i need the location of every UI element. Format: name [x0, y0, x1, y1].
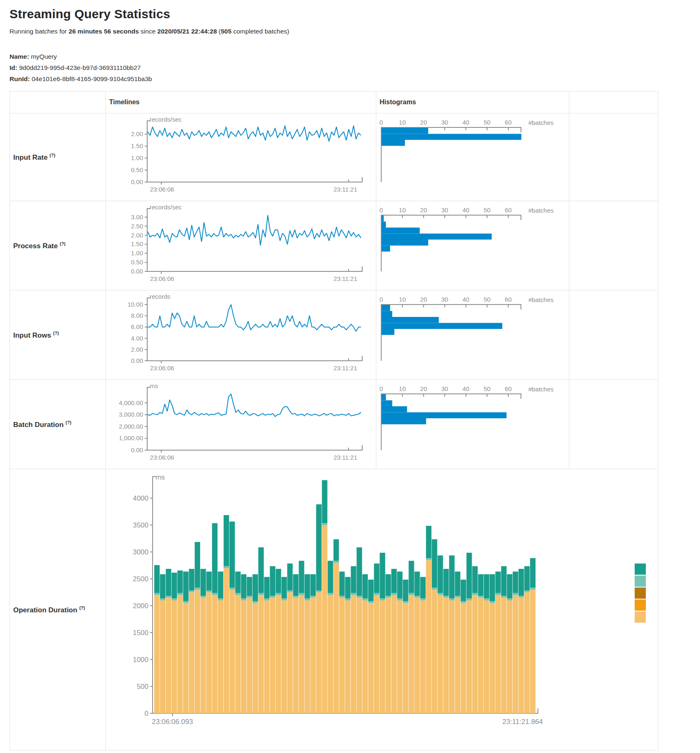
help-icon[interactable]: (?): [79, 605, 85, 610]
svg-text:50: 50: [484, 385, 491, 392]
svg-text:3500: 3500: [133, 521, 148, 529]
svg-text:1.50: 1.50: [131, 240, 143, 247]
svg-text:1.50: 1.50: [131, 142, 143, 149]
svg-text:0.00: 0.00: [131, 446, 143, 453]
header-spacer: [569, 91, 658, 113]
svg-text:10: 10: [399, 206, 406, 213]
query-meta: Name: myQuery Id: 9d0dd219-995d-423e-b97…: [10, 51, 692, 84]
legend-swatch: [635, 612, 646, 623]
svg-text:4.00: 4.00: [131, 335, 143, 342]
help-icon[interactable]: (?): [66, 420, 72, 425]
input-rate-histogram-chart: 0102030405060#batches: [376, 113, 569, 201]
corner-cell: [10, 91, 106, 113]
help-icon[interactable]: (?): [53, 331, 59, 336]
svg-text:1000: 1000: [133, 656, 148, 664]
col-header-timelines: Timelines: [106, 91, 376, 113]
svg-text:records: records: [150, 293, 170, 300]
table-row-input-rate: Input Rate (?) records/sec2.001.501.000.…: [10, 113, 658, 201]
query-name-line: Name: myQuery: [10, 51, 692, 62]
svg-text:60: 60: [505, 296, 512, 303]
table-row-process-rate: Process Rate (?) records/sec3.002.502.00…: [10, 201, 658, 290]
svg-text:60: 60: [505, 206, 512, 213]
svg-text:10: 10: [399, 296, 406, 303]
svg-text:23:06:06: 23:06:06: [150, 186, 174, 193]
svg-text:3000: 3000: [133, 548, 148, 556]
svg-text:40: 40: [462, 206, 469, 213]
svg-text:500: 500: [137, 683, 148, 691]
table-row-input-rows: Input Rows (?) records10.008.006.004.002…: [10, 290, 658, 380]
legend-swatch: [635, 576, 646, 587]
svg-text:2.00: 2.00: [131, 130, 143, 137]
svg-text:20: 20: [420, 296, 427, 303]
table-row-operation-duration: Operation Duration (?) ms400035003000250…: [10, 469, 658, 751]
metric-label-input-rate: Input Rate: [13, 153, 48, 161]
svg-text:20: 20: [420, 385, 427, 392]
svg-text:#batches: #batches: [528, 296, 554, 303]
svg-text:20: 20: [420, 206, 427, 213]
svg-text:0: 0: [380, 296, 383, 303]
svg-text:#batches: #batches: [528, 207, 554, 214]
help-icon[interactable]: (?): [60, 241, 65, 246]
svg-text:50: 50: [484, 119, 491, 126]
svg-text:4,000.00: 4,000.00: [119, 399, 143, 406]
svg-text:4000: 4000: [133, 494, 148, 502]
svg-text:0: 0: [380, 206, 383, 213]
svg-text:0.50: 0.50: [131, 166, 143, 173]
svg-text:23:06:06.093: 23:06:06.093: [152, 718, 193, 726]
svg-text:50: 50: [484, 296, 491, 303]
metric-label-input-rows: Input Rows: [13, 331, 51, 339]
col-header-histograms: Histograms: [376, 91, 569, 113]
svg-text:1.00: 1.00: [131, 154, 143, 161]
row-spacer: [569, 380, 658, 469]
svg-text:30: 30: [441, 206, 448, 213]
query-runid: 04e101e6-8bf8-4165-9099-9104c951ba3b: [30, 75, 152, 82]
running-summary: Running batches for 26 minutes 56 second…: [10, 28, 692, 35]
operation-duration-stacked-chart: ms4000350030002500200015001000500023:06:…: [106, 469, 657, 750]
svg-text:23:11:21: 23:11:21: [334, 275, 357, 282]
svg-text:30: 30: [441, 296, 448, 303]
svg-text:40: 40: [462, 119, 469, 126]
svg-text:30: 30: [441, 119, 448, 126]
metric-label-batch-duration: Batch Duration: [13, 420, 64, 428]
input-rate-timeline-chart: records/sec2.001.501.000.500.0023:06:062…: [106, 113, 376, 201]
batch-duration-histogram-chart: 0102030405060#batches: [376, 380, 569, 469]
svg-text:40: 40: [462, 296, 469, 303]
svg-text:23:11:21.864: 23:11:21.864: [502, 718, 543, 726]
svg-text:#batches: #batches: [528, 386, 554, 393]
svg-text:3.00: 3.00: [131, 213, 143, 221]
svg-text:23:11:21: 23:11:21: [334, 365, 357, 372]
svg-text:2500: 2500: [133, 575, 148, 583]
help-icon[interactable]: (?): [50, 153, 55, 158]
svg-text:0: 0: [380, 119, 383, 126]
svg-text:40: 40: [462, 385, 469, 392]
row-spacer: [569, 201, 658, 290]
completed-batches-count: 505: [221, 28, 232, 35]
svg-text:0.00: 0.00: [131, 268, 143, 275]
svg-text:1.00: 1.00: [131, 249, 143, 257]
svg-text:3,000.00: 3,000.00: [119, 411, 143, 418]
legend-swatch: [635, 600, 646, 611]
batch-duration-timeline-chart: ms4,000.003,000.002,000.001,000.000.0023…: [106, 380, 376, 469]
svg-text:23:06:06: 23:06:06: [150, 454, 174, 461]
row-spacer: [569, 113, 658, 201]
table-row-batch-duration: Batch Duration (?) ms4,000.003,000.002,0…: [10, 380, 658, 469]
svg-text:0: 0: [145, 710, 148, 717]
svg-text:30: 30: [441, 385, 448, 392]
metric-label-operation-duration: Operation Duration: [13, 606, 77, 614]
query-id-line: Id: 9d0dd219-995d-423e-b97d-36931110bb27: [10, 62, 692, 73]
svg-text:2,000.00: 2,000.00: [119, 423, 143, 430]
input-rows-histogram-chart: 0102030405060#batches: [376, 290, 569, 379]
start-timestamp: 2020/05/21 22:44:28: [158, 28, 217, 35]
page-title: Streaming Query Statistics: [10, 7, 692, 21]
svg-text:1,000.00: 1,000.00: [119, 434, 143, 441]
svg-text:records/sec: records/sec: [150, 204, 182, 211]
svg-text:60: 60: [505, 385, 512, 392]
running-duration: 26 minutes 56 seconds: [69, 28, 139, 35]
process-rate-timeline-chart: records/sec3.002.502.001.501.000.500.002…: [106, 201, 376, 290]
svg-text:10: 10: [399, 119, 406, 126]
legend-swatch: [635, 564, 646, 575]
svg-text:0.00: 0.00: [131, 357, 143, 364]
svg-text:0.50: 0.50: [131, 259, 143, 266]
process-rate-histogram-chart: 0102030405060#batches: [376, 201, 569, 290]
input-rows-timeline-chart: records10.008.006.004.002.000.0023:06:06…: [106, 290, 376, 379]
